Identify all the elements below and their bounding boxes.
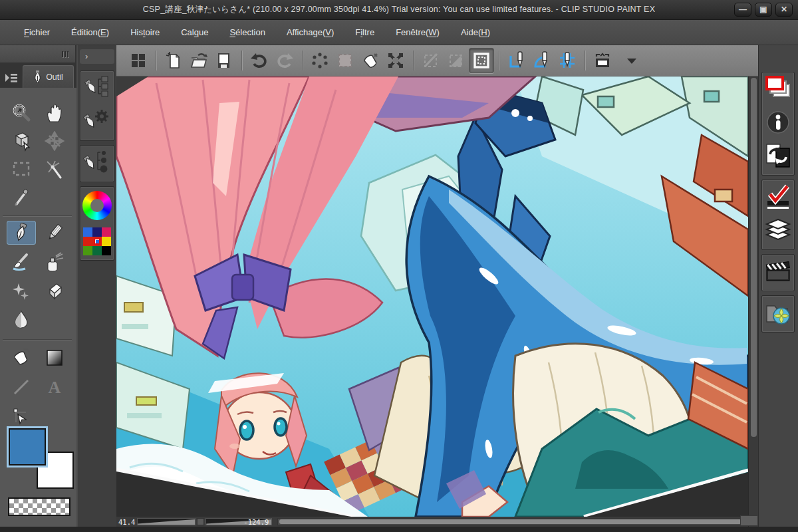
tool-marquee-select[interactable] bbox=[7, 157, 36, 181]
menu-item-calque[interactable]: Calque bbox=[172, 23, 217, 41]
tool-auto-select[interactable] bbox=[40, 157, 69, 181]
palette-grip[interactable] bbox=[0, 45, 75, 63]
horizontal-scrollbar-thumb[interactable] bbox=[279, 519, 741, 524]
transform-icon[interactable] bbox=[383, 48, 408, 73]
tool-zoom[interactable] bbox=[7, 101, 36, 125]
tool-eraser[interactable] bbox=[40, 279, 69, 303]
expand-palettes-icon[interactable]: › bbox=[80, 49, 114, 64]
transparent-color-swatch[interactable] bbox=[8, 497, 70, 516]
color-set-cell[interactable] bbox=[83, 237, 92, 246]
horizontal-scrollbar[interactable] bbox=[277, 518, 745, 525]
color-set-cell[interactable] bbox=[83, 246, 92, 255]
color-set-cell[interactable] bbox=[102, 227, 111, 237]
window-bottom-edge bbox=[0, 527, 798, 532]
tab-outil-label: Outil bbox=[46, 72, 63, 82]
color-set-icon[interactable] bbox=[80, 224, 114, 259]
tool-operate-object[interactable] bbox=[7, 129, 36, 153]
show-selection-border-icon[interactable] bbox=[469, 48, 494, 73]
tool-palette: Outil bbox=[0, 45, 76, 527]
menu-item-affichage[interactable]: Affichage(V) bbox=[277, 23, 343, 41]
vertical-scrollbar-thumb[interactable] bbox=[751, 78, 757, 437]
menu-item-edition[interactable]: Édition(E) bbox=[62, 23, 118, 41]
rotate-slider[interactable]: -124.9 bbox=[205, 518, 272, 525]
information-icon[interactable] bbox=[762, 106, 794, 139]
menu-item-histoire[interactable]: Histoire bbox=[121, 23, 169, 41]
foreground-color-swatch[interactable] bbox=[9, 428, 46, 466]
menu-item-fichier[interactable]: Fichier bbox=[15, 23, 59, 41]
open-file-icon[interactable] bbox=[186, 48, 211, 73]
zoom-slider[interactable] bbox=[137, 518, 196, 525]
workspace-icon[interactable] bbox=[126, 48, 151, 73]
title-bar: CSP_講座_秋津たいらさん* (210.00 x 297.00mm 350dp… bbox=[0, 0, 798, 20]
menu-bar: FichierÉdition(E)HistoireCalqueSélection… bbox=[0, 20, 798, 45]
palette-group bbox=[761, 180, 795, 250]
tool-eyedropper[interactable] bbox=[7, 185, 36, 209]
tool-pencil[interactable] bbox=[40, 221, 69, 245]
tool-fill[interactable] bbox=[7, 346, 36, 370]
sub-tool-icon[interactable] bbox=[80, 71, 114, 104]
reselect-icon bbox=[332, 48, 358, 73]
print-area-icon[interactable] bbox=[590, 48, 615, 73]
scrollbar-corner bbox=[740, 515, 758, 526]
menu-item-fenetre[interactable]: Fenêtre(W) bbox=[386, 23, 449, 41]
tool-correct-line[interactable] bbox=[7, 404, 36, 428]
tool-brush[interactable] bbox=[7, 250, 36, 274]
toolbar-separator bbox=[413, 51, 414, 70]
fit-button[interactable] bbox=[197, 518, 204, 525]
tool-text[interactable]: A bbox=[40, 375, 69, 399]
toolbar-separator bbox=[241, 51, 242, 70]
navigator-icon[interactable] bbox=[762, 72, 794, 106]
tool-property-icon[interactable] bbox=[80, 104, 114, 138]
collapsed-palette-column: › bbox=[78, 45, 116, 527]
tool-figure-line[interactable] bbox=[7, 375, 36, 399]
color-set-cell[interactable] bbox=[92, 227, 102, 237]
auto-action-icon[interactable] bbox=[762, 139, 794, 172]
tool-airbrush[interactable] bbox=[40, 250, 69, 274]
close-button[interactable]: ✕ bbox=[775, 3, 793, 17]
canvas[interactable] bbox=[116, 76, 748, 517]
tool-blend[interactable] bbox=[7, 307, 36, 331]
restore-button[interactable]: ▣ bbox=[755, 3, 772, 17]
menu-item-aide[interactable]: Aide(H) bbox=[452, 23, 499, 41]
deselect-icon[interactable] bbox=[307, 48, 332, 73]
menu-item-selection[interactable]: Sélection bbox=[220, 23, 274, 41]
layer-property-icon[interactable] bbox=[762, 180, 794, 213]
app-window: CSP_講座_秋津たいらさん* (210.00 x 297.00mm 350dp… bbox=[0, 0, 798, 532]
zoom-value: 41.4 bbox=[116, 518, 137, 526]
snap-to-special-ruler-icon[interactable] bbox=[529, 48, 555, 73]
palette-group bbox=[761, 254, 795, 291]
vertical-scrollbar[interactable] bbox=[748, 76, 758, 527]
color-set-current-cell[interactable] bbox=[92, 237, 102, 246]
selection-from-layer-icon bbox=[444, 48, 469, 73]
convert-selection-icon bbox=[418, 48, 444, 73]
undo-icon[interactable] bbox=[247, 48, 272, 73]
color-wheel-icon[interactable] bbox=[80, 187, 114, 224]
tool-decoration[interactable] bbox=[7, 279, 36, 303]
material-icon[interactable] bbox=[762, 296, 794, 329]
tool-gradient[interactable] bbox=[40, 346, 69, 370]
brush-size-icon[interactable] bbox=[80, 146, 114, 179]
layer-icon[interactable] bbox=[762, 213, 794, 247]
redo-icon bbox=[272, 48, 297, 73]
color-set-cell[interactable] bbox=[102, 246, 111, 255]
color-set-cell[interactable] bbox=[92, 246, 102, 255]
palette-menu-icon[interactable] bbox=[3, 69, 20, 86]
menu-item-filtre[interactable]: Filtre bbox=[346, 23, 384, 41]
color-set-cell[interactable] bbox=[102, 237, 111, 246]
minimize-button[interactable]: — bbox=[734, 3, 751, 17]
snap-to-ruler-icon[interactable] bbox=[504, 48, 529, 73]
snap-to-grid-icon[interactable] bbox=[555, 48, 580, 73]
save-file-icon[interactable] bbox=[211, 48, 237, 73]
toolbar-more-icon[interactable] bbox=[619, 48, 644, 73]
timeline-icon[interactable] bbox=[762, 255, 794, 288]
tool-layer-move[interactable] bbox=[40, 129, 69, 153]
toolbar-separator bbox=[302, 51, 303, 70]
tool-hand[interactable] bbox=[40, 101, 69, 125]
palette-group bbox=[80, 145, 114, 182]
tab-outil[interactable]: Outil bbox=[23, 65, 74, 88]
clear-selection-icon[interactable] bbox=[358, 48, 383, 73]
toolbar-separator bbox=[499, 51, 499, 70]
new-file-icon[interactable] bbox=[161, 48, 186, 73]
color-set-cell[interactable] bbox=[83, 227, 92, 237]
tool-pen[interactable] bbox=[7, 221, 36, 245]
